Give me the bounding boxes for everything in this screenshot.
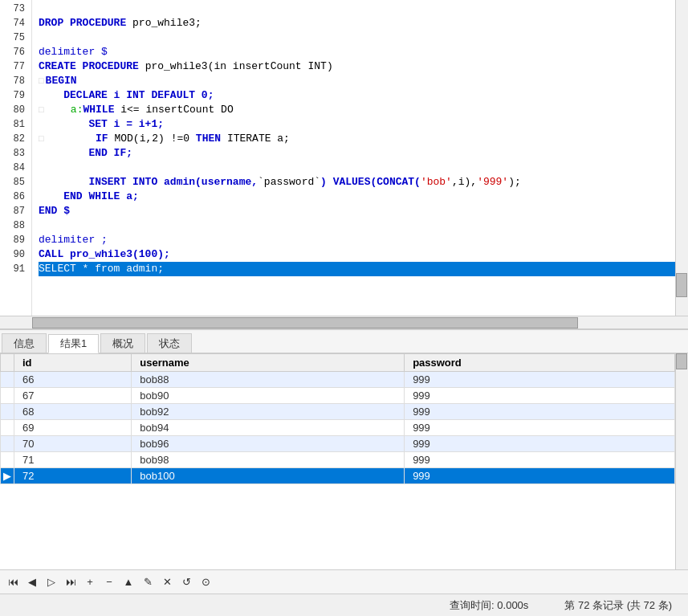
vertical-scrollbar[interactable] bbox=[675, 0, 688, 316]
code-token: CALL pro_while3(100); bbox=[39, 247, 170, 262]
cancel-record-button[interactable]: ✕ bbox=[159, 574, 175, 590]
code-token: DROP PROCEDURE bbox=[39, 16, 132, 31]
code-token: PROCEDURE bbox=[76, 59, 145, 74]
first-record-button[interactable]: ⏮ bbox=[5, 574, 21, 590]
next-record-button[interactable]: ▷ bbox=[43, 574, 59, 590]
line-number: 79 bbox=[6, 88, 25, 103]
code-line: CALL pro_while3(100); bbox=[39, 247, 675, 262]
lower-section: 信息结果1概况状态 idusernamepassword 66bob889996… bbox=[0, 329, 688, 616]
right-scrollbar[interactable] bbox=[675, 353, 688, 569]
right-scroll-thumb[interactable] bbox=[676, 353, 687, 369]
code-line: □ a:WHILE i<= insertCount DO bbox=[39, 103, 675, 117]
line-number: 77 bbox=[6, 59, 25, 74]
bracket-icon: □ bbox=[39, 74, 44, 88]
tabs-bar: 信息结果1概况状态 bbox=[0, 329, 688, 353]
code-token: END $ bbox=[39, 204, 70, 218]
code-lines: DROP PROCEDURE pro_while3;delimiter $CRE… bbox=[32, 0, 675, 316]
code-token: WHILE bbox=[83, 103, 114, 117]
cell-id: 69 bbox=[14, 420, 132, 436]
line-number: 81 bbox=[6, 117, 25, 132]
col-marker bbox=[1, 354, 14, 372]
table-row[interactable]: 69bob94999 bbox=[1, 420, 675, 436]
code-token: a: bbox=[71, 103, 83, 117]
row-marker bbox=[1, 420, 14, 436]
delete-record-button[interactable]: − bbox=[101, 574, 117, 590]
bracket-icon: □ bbox=[39, 103, 44, 117]
scrollbar-thumb-horizontal[interactable] bbox=[32, 317, 578, 328]
code-line bbox=[39, 161, 675, 175]
line-number: 87 bbox=[6, 204, 25, 218]
code-token: END IF; bbox=[39, 146, 132, 161]
code-token: (in insertCount INT) bbox=[208, 59, 333, 74]
last-record-button[interactable]: ⏭ bbox=[63, 574, 79, 590]
move-up-button[interactable]: ▲ bbox=[120, 574, 136, 590]
status-bar: 查询时间: 0.000s 第 72 条记录 (共 72 条) bbox=[0, 594, 688, 616]
record-count: 第 72 条记录 (共 72 条) bbox=[564, 598, 672, 613]
cell-password: 999 bbox=[405, 436, 675, 452]
code-token: END WHILE a; bbox=[39, 190, 139, 204]
tab-概况[interactable]: 概况 bbox=[100, 333, 145, 353]
cell-password: 999 bbox=[405, 372, 675, 388]
code-token: SELECT * from admin; bbox=[39, 262, 164, 276]
code-token: `password` bbox=[258, 175, 320, 190]
code-token: ; bbox=[195, 16, 202, 31]
code-token: pro_while3 bbox=[132, 16, 195, 31]
code-line: END WHILE a; bbox=[39, 190, 675, 204]
cell-username: bob96 bbox=[132, 436, 405, 452]
code-line: SET i = i+1; bbox=[39, 117, 675, 132]
table-row[interactable]: 67bob90999 bbox=[1, 388, 675, 404]
cell-id: 67 bbox=[14, 388, 132, 404]
code-token: DECLARE i INT DEFAULT 0; bbox=[39, 88, 214, 103]
query-time: 查询时间: 0.000s bbox=[450, 598, 528, 613]
table-row[interactable]: 70bob96999 bbox=[1, 436, 675, 452]
tab-状态[interactable]: 状态 bbox=[147, 333, 192, 353]
line-number: 82 bbox=[6, 132, 25, 146]
line-number: 86 bbox=[6, 190, 25, 204]
horizontal-scrollbar[interactable] bbox=[0, 316, 688, 328]
code-token: '999' bbox=[477, 175, 508, 190]
cell-id: 70 bbox=[14, 436, 132, 452]
code-line: END $ bbox=[39, 204, 675, 218]
line-number: 75 bbox=[6, 31, 25, 45]
add-record-button[interactable]: + bbox=[82, 574, 98, 590]
code-token: ); bbox=[508, 175, 521, 190]
cell-username: bob90 bbox=[132, 388, 405, 404]
line-number: 90 bbox=[6, 247, 25, 262]
code-token: ) VALUES(CONCAT( bbox=[320, 175, 421, 190]
line-number: 89 bbox=[6, 233, 25, 247]
bracket-icon: □ bbox=[39, 132, 44, 146]
code-line: CREATE PROCEDURE pro_while3(in insertCou… bbox=[39, 59, 675, 74]
row-marker bbox=[1, 452, 14, 468]
code-token bbox=[46, 103, 71, 117]
code-token: ITERATE a; bbox=[221, 132, 290, 146]
row-marker bbox=[1, 404, 14, 420]
cell-password: 999 bbox=[405, 468, 675, 484]
cell-password: 999 bbox=[405, 404, 675, 420]
line-number: 85 bbox=[6, 175, 25, 190]
table-row[interactable]: 68bob92999 bbox=[1, 404, 675, 420]
code-line: SELECT * from admin; bbox=[39, 262, 675, 276]
cell-id: 71 bbox=[14, 452, 132, 468]
col-header-id: id bbox=[14, 354, 132, 372]
row-marker: ▶ bbox=[1, 468, 14, 484]
code-line bbox=[39, 2, 675, 16]
main-container: 73747576777879808182838485868788899091 D… bbox=[0, 0, 688, 616]
table-row[interactable]: 71bob98999 bbox=[1, 452, 675, 468]
scrollbar-thumb-vertical[interactable] bbox=[676, 273, 687, 297]
row-marker bbox=[1, 388, 14, 404]
cell-password: 999 bbox=[405, 388, 675, 404]
edit-record-button[interactable]: ✎ bbox=[140, 574, 156, 590]
tab-结果1[interactable]: 结果1 bbox=[48, 334, 99, 353]
line-number: 80 bbox=[6, 103, 25, 117]
table-row[interactable]: ▶72bob100999 bbox=[1, 468, 675, 484]
settings-button[interactable]: ⊙ bbox=[197, 574, 214, 590]
row-marker bbox=[1, 372, 14, 388]
refresh-button[interactable]: ↺ bbox=[178, 574, 194, 590]
code-line: DROP PROCEDURE pro_while3; bbox=[39, 16, 675, 31]
code-line: delimiter $ bbox=[39, 45, 675, 59]
code-token: delimiter ; bbox=[39, 233, 108, 247]
col-header-username: username bbox=[132, 354, 405, 372]
prev-record-button[interactable]: ◀ bbox=[24, 574, 40, 590]
table-row[interactable]: 66bob88999 bbox=[1, 372, 675, 388]
tab-信息[interactable]: 信息 bbox=[2, 333, 47, 353]
